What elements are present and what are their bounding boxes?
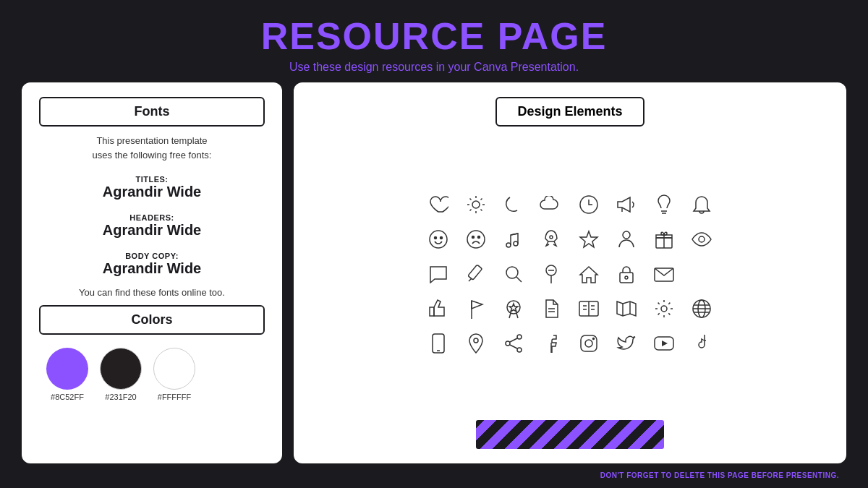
pencil-icon (460, 258, 492, 290)
svg-marker-55 (617, 301, 636, 316)
sad-icon (460, 223, 492, 255)
gear-icon (648, 293, 680, 325)
svg-point-69 (517, 348, 522, 352)
svg-marker-10 (618, 197, 630, 212)
svg-point-23 (550, 236, 553, 239)
svg-line-46 (516, 313, 518, 318)
location-icon (460, 328, 492, 359)
person-icon (610, 223, 642, 255)
thumbsup-icon (422, 293, 454, 325)
page-title: RESOURCE PAGE (261, 14, 608, 58)
moon-icon (498, 189, 529, 221)
svg-line-22 (511, 234, 518, 235)
colors-header: Colors (39, 305, 265, 335)
icons-row-2 (422, 223, 718, 255)
svg-point-15 (435, 237, 437, 239)
svg-point-21 (514, 241, 518, 246)
color-swatches: #8C52FF #231F20 #FFFFFF (39, 348, 265, 401)
svg-line-6 (481, 210, 482, 211)
color-circle-purple (46, 348, 88, 390)
twitter-icon (610, 328, 642, 359)
design-elements-header: Design Elements (495, 97, 644, 127)
find-fonts-text: You can find these fonts online too. (39, 287, 265, 298)
icons-row-4 (422, 293, 718, 325)
instagram-icon (573, 328, 605, 359)
footer: DON'T FORGET TO DELETE THIS PAGE BEFORE … (22, 468, 846, 481)
lightbulb-icon (648, 189, 680, 221)
phone-icon (422, 328, 454, 359)
svg-point-29 (699, 236, 705, 242)
svg-point-0 (472, 201, 480, 208)
lock-icon (610, 258, 642, 290)
headers-font-block: HEADERS: Agrandir Wide (39, 207, 265, 239)
swatch-white: #FFFFFF (153, 348, 195, 401)
flag-icon (460, 293, 492, 325)
svg-point-18 (472, 236, 475, 239)
svg-marker-44 (509, 304, 518, 312)
share-icon (498, 328, 529, 359)
icons-grid (422, 134, 718, 414)
svg-point-58 (661, 306, 667, 312)
page-header: RESOURCE PAGE Use these design resources… (261, 14, 608, 74)
svg-line-31 (469, 278, 472, 281)
fonts-header: Fonts (39, 97, 265, 127)
sun-icon (460, 189, 492, 221)
facebook-icon (535, 328, 567, 359)
award-icon (498, 293, 529, 325)
svg-point-38 (625, 276, 628, 279)
svg-line-7 (470, 210, 472, 211)
gift-icon (648, 223, 680, 255)
svg-point-19 (478, 236, 480, 239)
footer-text: DON'T FORGET TO DELETE THIS PAGE BEFORE … (600, 471, 839, 479)
svg-line-70 (510, 338, 517, 342)
svg-marker-24 (580, 231, 597, 247)
megaphone-icon (610, 189, 642, 221)
document-icon (535, 293, 567, 325)
mail-icon (648, 258, 680, 290)
smile-icon (422, 223, 454, 255)
svg-point-32 (506, 267, 518, 278)
color-circle-dark (100, 348, 142, 390)
svg-point-16 (441, 237, 443, 239)
eye-icon (686, 223, 718, 255)
search-icon (498, 258, 529, 290)
svg-point-75 (593, 338, 595, 340)
globe-icon (686, 293, 718, 325)
svg-rect-30 (468, 265, 482, 280)
icons-row-5 (422, 328, 718, 359)
svg-point-25 (623, 231, 630, 239)
svg-point-17 (467, 231, 485, 248)
swatch-dark: #231F20 (100, 348, 142, 401)
svg-line-8 (481, 199, 482, 200)
svg-line-5 (470, 199, 472, 200)
rocket-icon (535, 223, 567, 255)
svg-point-66 (474, 338, 478, 343)
star-icon (573, 223, 605, 255)
music-icon (498, 223, 529, 255)
svg-marker-42 (472, 301, 482, 309)
youtube-icon (648, 328, 680, 359)
svg-rect-64 (433, 334, 444, 353)
svg-marker-77 (662, 341, 668, 346)
svg-point-74 (585, 340, 592, 347)
titles-font-block: TITLES: Agrandir Wide (39, 169, 265, 200)
svg-rect-40 (430, 307, 434, 316)
stripe-decoration (476, 420, 664, 449)
svg-marker-36 (580, 267, 597, 283)
page-subtitle: Use these design resources in your Canva… (261, 61, 608, 74)
tiktok-icon (686, 328, 718, 359)
svg-line-33 (516, 277, 522, 282)
swatch-purple: #8C52FF (46, 348, 88, 401)
icons-row-1 (422, 189, 718, 221)
svg-rect-37 (620, 273, 633, 283)
clock-icon (573, 189, 605, 221)
svg-point-67 (517, 335, 522, 339)
svg-line-71 (510, 345, 517, 348)
map-icon (610, 293, 642, 325)
svg-line-45 (509, 313, 511, 318)
placeholder-icon (686, 258, 718, 290)
chat-icon (422, 258, 454, 290)
svg-point-20 (506, 243, 511, 247)
home-icon (573, 258, 605, 290)
right-panel: Design Elements (294, 82, 846, 463)
